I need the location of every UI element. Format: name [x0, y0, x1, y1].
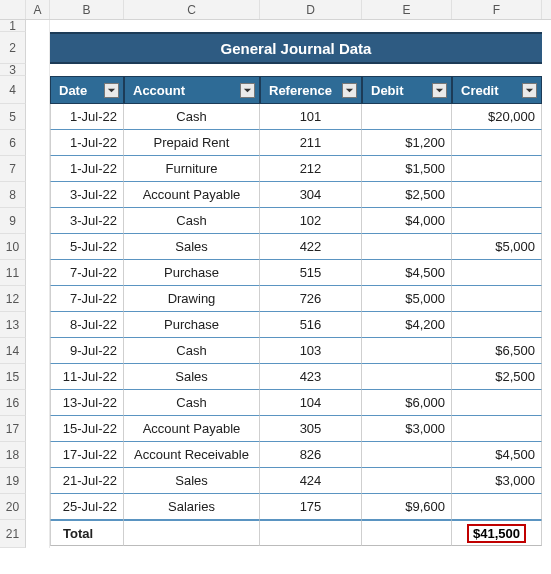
cell-credit[interactable]: [452, 156, 542, 182]
row-header[interactable]: 14: [0, 338, 26, 364]
header-debit[interactable]: Debit: [362, 76, 452, 104]
cell-debit[interactable]: $4,000: [362, 208, 452, 234]
cell-credit[interactable]: [452, 182, 542, 208]
cell-credit[interactable]: [452, 260, 542, 286]
col-C[interactable]: C: [124, 0, 260, 19]
cell-debit[interactable]: $4,500: [362, 260, 452, 286]
cell-reference[interactable]: 423: [260, 364, 362, 390]
row-header[interactable]: 10: [0, 234, 26, 260]
cell-account[interactable]: Cash: [124, 338, 260, 364]
cell-reference[interactable]: 305: [260, 416, 362, 442]
row-header[interactable]: 5: [0, 104, 26, 130]
cell-credit[interactable]: [452, 312, 542, 338]
filter-button-account[interactable]: [240, 83, 255, 98]
cell-debit[interactable]: $5,000: [362, 286, 452, 312]
cell-debit[interactable]: [362, 338, 452, 364]
cell-date[interactable]: 7-Jul-22: [50, 286, 124, 312]
cell-debit[interactable]: $1,500: [362, 156, 452, 182]
cell-account[interactable]: Furniture: [124, 156, 260, 182]
col-D[interactable]: D: [260, 0, 362, 19]
cell-reference[interactable]: 826: [260, 442, 362, 468]
row-header[interactable]: 15: [0, 364, 26, 390]
cell-account[interactable]: Cash: [124, 104, 260, 130]
cell-credit[interactable]: [452, 494, 542, 520]
cell-debit[interactable]: $1,200: [362, 130, 452, 156]
cell-account[interactable]: Sales: [124, 468, 260, 494]
header-reference[interactable]: Reference: [260, 76, 362, 104]
cell-credit[interactable]: $3,000: [452, 468, 542, 494]
header-credit[interactable]: Credit: [452, 76, 542, 104]
cell-reference[interactable]: 175: [260, 494, 362, 520]
cell-date[interactable]: 3-Jul-22: [50, 208, 124, 234]
cell-debit[interactable]: $6,000: [362, 390, 452, 416]
cell-reference[interactable]: 104: [260, 390, 362, 416]
header-account[interactable]: Account: [124, 76, 260, 104]
cell-date[interactable]: 17-Jul-22: [50, 442, 124, 468]
cell-account[interactable]: Account Payable: [124, 182, 260, 208]
cell-credit[interactable]: $20,000: [452, 104, 542, 130]
cell-date[interactable]: 25-Jul-22: [50, 494, 124, 520]
row-header[interactable]: 9: [0, 208, 26, 234]
total-empty[interactable]: [260, 520, 362, 546]
col-A[interactable]: A: [26, 0, 50, 19]
row-header[interactable]: 2: [0, 32, 26, 64]
cell-debit[interactable]: [362, 442, 452, 468]
cell-debit[interactable]: [362, 364, 452, 390]
cell-debit[interactable]: $2,500: [362, 182, 452, 208]
cell-debit[interactable]: $4,200: [362, 312, 452, 338]
cell-reference[interactable]: 424: [260, 468, 362, 494]
cell-date[interactable]: 1-Jul-22: [50, 130, 124, 156]
cell-reference[interactable]: 101: [260, 104, 362, 130]
cell-reference[interactable]: 211: [260, 130, 362, 156]
total-empty[interactable]: [124, 520, 260, 546]
cell-credit[interactable]: [452, 286, 542, 312]
cell-reference[interactable]: 726: [260, 286, 362, 312]
total-empty[interactable]: [362, 520, 452, 546]
row-header[interactable]: 11: [0, 260, 26, 286]
header-date[interactable]: Date: [50, 76, 124, 104]
cell-date[interactable]: 21-Jul-22: [50, 468, 124, 494]
row-header[interactable]: 7: [0, 156, 26, 182]
cell-date[interactable]: 5-Jul-22: [50, 234, 124, 260]
cell-date[interactable]: 7-Jul-22: [50, 260, 124, 286]
cell-account[interactable]: Prepaid Rent: [124, 130, 260, 156]
filter-button-reference[interactable]: [342, 83, 357, 98]
cell-account[interactable]: Cash: [124, 208, 260, 234]
row-header[interactable]: 17: [0, 416, 26, 442]
row-header[interactable]: 13: [0, 312, 26, 338]
cell-reference[interactable]: 102: [260, 208, 362, 234]
cell-reference[interactable]: 103: [260, 338, 362, 364]
row-header[interactable]: 8: [0, 182, 26, 208]
cell-debit[interactable]: $3,000: [362, 416, 452, 442]
cell-credit[interactable]: [452, 130, 542, 156]
cell-debit[interactable]: $9,600: [362, 494, 452, 520]
row-header[interactable]: 19: [0, 468, 26, 494]
row-header[interactable]: 3: [0, 64, 26, 76]
cell-reference[interactable]: 212: [260, 156, 362, 182]
cell-account[interactable]: Account Receivable: [124, 442, 260, 468]
row-header[interactable]: 1: [0, 20, 26, 32]
cell-reference[interactable]: 304: [260, 182, 362, 208]
cell-date[interactable]: 3-Jul-22: [50, 182, 124, 208]
total-credit-cell[interactable]: $41,500: [452, 520, 542, 546]
filter-button-date[interactable]: [104, 83, 119, 98]
cell-credit[interactable]: [452, 390, 542, 416]
cell-reference[interactable]: 516: [260, 312, 362, 338]
cell-credit[interactable]: $4,500: [452, 442, 542, 468]
row-header[interactable]: 4: [0, 76, 26, 104]
cell-debit[interactable]: [362, 468, 452, 494]
row-header[interactable]: 6: [0, 130, 26, 156]
cell-account[interactable]: Sales: [124, 364, 260, 390]
cell-credit[interactable]: $2,500: [452, 364, 542, 390]
cell-date[interactable]: 1-Jul-22: [50, 156, 124, 182]
cell-date[interactable]: 9-Jul-22: [50, 338, 124, 364]
select-all-corner[interactable]: [0, 0, 26, 19]
row-header[interactable]: 21: [0, 520, 26, 548]
cell-account[interactable]: Salaries: [124, 494, 260, 520]
cell-credit[interactable]: [452, 208, 542, 234]
cell-date[interactable]: 1-Jul-22: [50, 104, 124, 130]
filter-button-debit[interactable]: [432, 83, 447, 98]
cell-account[interactable]: Purchase: [124, 260, 260, 286]
cell-date[interactable]: 8-Jul-22: [50, 312, 124, 338]
total-label[interactable]: Total: [50, 520, 124, 546]
